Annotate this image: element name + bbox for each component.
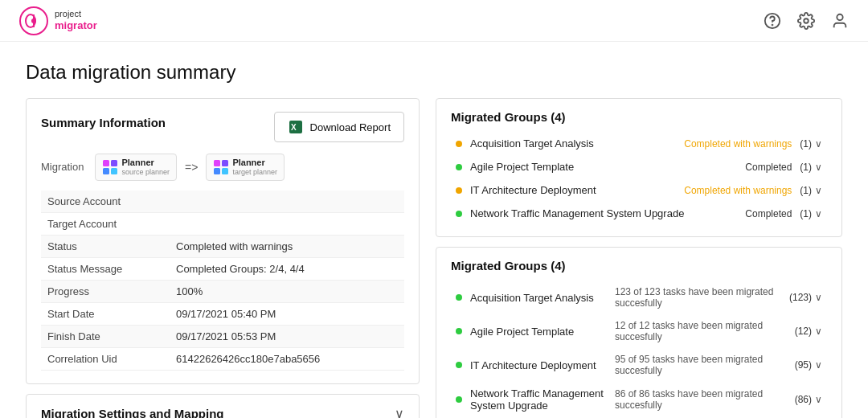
- svg-rect-13: [111, 168, 117, 174]
- summary-row: Correlation Uid61422626426cc180e7aba5656: [41, 347, 404, 370]
- group-status: Completed: [745, 162, 792, 173]
- task-desc: 86 of 86 tasks have been migrated succes…: [615, 388, 795, 411]
- group-count: (1): [800, 185, 812, 196]
- group-row[interactable]: Agile Project TemplateCompleted(1)∨: [451, 155, 827, 178]
- logo-text: project migrator: [55, 9, 97, 32]
- target-planner-icon: [213, 159, 229, 175]
- group-dot: [456, 187, 462, 194]
- excel-icon: X: [288, 119, 304, 135]
- task-count: (95): [795, 359, 812, 371]
- group-status: Completed with warnings: [684, 138, 792, 150]
- migration-flow: Migration Planner source planner: [41, 154, 404, 181]
- svg-rect-10: [103, 160, 109, 166]
- summary-card-title: Summary Information: [41, 116, 166, 129]
- chevron-icon[interactable]: ∨: [815, 185, 822, 196]
- tasks-list: Acquisition Target Analysis123 of 123 ta…: [451, 281, 827, 417]
- page-title: Data migration summary: [26, 61, 842, 84]
- group-row[interactable]: Network Traffic Management System Upgrad…: [451, 202, 827, 225]
- summary-row: Source Account: [41, 191, 404, 213]
- settings-icon[interactable]: [797, 12, 815, 30]
- svg-point-7: [837, 14, 842, 19]
- task-row[interactable]: Agile Project Template12 of 12 tasks hav…: [451, 314, 827, 348]
- summary-row: Target Account: [41, 212, 404, 235]
- group-status: Completed: [745, 208, 792, 219]
- task-count: (12): [795, 326, 812, 337]
- summary-card: Summary Information X Download Report Mi…: [26, 98, 420, 384]
- source-planner-badge: Planner source planner: [95, 154, 177, 181]
- migrated-groups-2-card: Migrated Groups (4) Acquisition Target A…: [436, 247, 842, 418]
- task-row[interactable]: Acquisition Target Analysis123 of 123 ta…: [451, 281, 827, 314]
- chevron-icon[interactable]: ∨: [815, 292, 822, 303]
- summary-row: Status MessageCompleted Groups: 2/4, 4/4: [41, 257, 404, 280]
- chevron-icon[interactable]: ∨: [815, 208, 822, 219]
- migrated-groups-1-card: Migrated Groups (4) Acquisition Target A…: [436, 98, 842, 237]
- group-status: Completed with warnings: [684, 185, 792, 196]
- settings-chevron: ∨: [395, 406, 404, 418]
- task-count: (123): [789, 292, 812, 303]
- chevron-icon[interactable]: ∨: [815, 162, 822, 173]
- task-row[interactable]: IT Architecture Deployment95 of 95 tasks…: [451, 348, 827, 382]
- summary-table: Source AccountTarget AccountStatusComple…: [41, 191, 404, 371]
- header-icons: [764, 12, 849, 30]
- source-planner-icon: [102, 159, 118, 175]
- svg-rect-14: [214, 160, 220, 166]
- content-row: Summary Information X Download Report Mi…: [26, 98, 842, 418]
- migrated-groups-2-title: Migrated Groups (4): [451, 259, 827, 273]
- group-count: (1): [800, 138, 812, 150]
- logo-icon: [19, 6, 48, 35]
- task-name: Network Traffic Management System Upgrad…: [470, 387, 615, 412]
- chevron-icon[interactable]: ∨: [815, 138, 822, 150]
- summary-row: Start Date09/17/2021 05:40 PM: [41, 302, 404, 325]
- group-name: Agile Project Template: [470, 161, 745, 173]
- logo: project migrator: [19, 6, 97, 35]
- task-dot: [456, 328, 462, 334]
- task-desc: 95 of 95 tasks have been migrated succes…: [615, 354, 795, 376]
- chevron-icon[interactable]: ∨: [815, 394, 822, 405]
- group-dot: [456, 211, 462, 217]
- group-row[interactable]: Acquisition Target AnalysisCompleted wit…: [451, 132, 827, 155]
- task-count: (86): [795, 394, 812, 405]
- svg-point-5: [772, 24, 773, 25]
- svg-text:X: X: [291, 123, 297, 132]
- header: project migrator: [0, 0, 868, 42]
- task-row[interactable]: Network Traffic Management System Upgrad…: [451, 382, 827, 417]
- group-name: Acquisition Target Analysis: [470, 137, 684, 150]
- left-panel: Summary Information X Download Report Mi…: [26, 98, 420, 418]
- chevron-icon[interactable]: ∨: [815, 326, 822, 337]
- account-icon[interactable]: [831, 12, 849, 30]
- group-name: IT Architecture Deployment: [470, 184, 684, 196]
- task-desc: 123 of 123 tasks have been migrated succ…: [615, 286, 789, 309]
- help-icon[interactable]: [764, 12, 781, 30]
- settings-title: Migration Settings and Mapping: [41, 407, 224, 418]
- group-name: Network Traffic Management System Upgrad…: [470, 207, 745, 219]
- settings-card[interactable]: Migration Settings and Mapping ∨: [26, 394, 420, 418]
- summary-row: StatusCompleted with warnings: [41, 235, 404, 257]
- svg-rect-15: [222, 160, 228, 166]
- migration-arrow: =>: [182, 161, 201, 174]
- svg-point-3: [31, 18, 36, 23]
- right-panel: Migrated Groups (4) Acquisition Target A…: [436, 98, 842, 418]
- task-name: IT Architecture Deployment: [470, 359, 615, 371]
- task-dot: [456, 396, 462, 403]
- summary-row: Finish Date09/17/2021 05:53 PM: [41, 325, 404, 347]
- chevron-icon[interactable]: ∨: [815, 359, 822, 371]
- target-planner-badge: Planner target planner: [206, 154, 285, 181]
- group-count: (1): [800, 162, 812, 173]
- task-dot: [456, 362, 462, 368]
- task-name: Acquisition Target Analysis: [470, 292, 615, 304]
- groups-list-1: Acquisition Target AnalysisCompleted wit…: [451, 132, 827, 225]
- svg-rect-12: [103, 168, 109, 174]
- download-report-button[interactable]: X Download Report: [274, 112, 404, 142]
- migration-header: Summary Information X Download Report: [41, 112, 404, 142]
- svg-rect-11: [111, 160, 117, 166]
- summary-row: Progress100%: [41, 280, 404, 302]
- group-row[interactable]: IT Architecture DeploymentCompleted with…: [451, 178, 827, 202]
- task-name: Agile Project Template: [470, 326, 615, 338]
- task-dot: [456, 294, 462, 301]
- svg-point-6: [804, 18, 809, 23]
- svg-rect-17: [222, 168, 228, 174]
- main-content: Data migration summary Summary Informati…: [0, 42, 868, 418]
- svg-rect-16: [214, 168, 220, 174]
- task-desc: 12 of 12 tasks have been migrated succes…: [615, 320, 795, 342]
- migration-label: Migration: [41, 161, 84, 173]
